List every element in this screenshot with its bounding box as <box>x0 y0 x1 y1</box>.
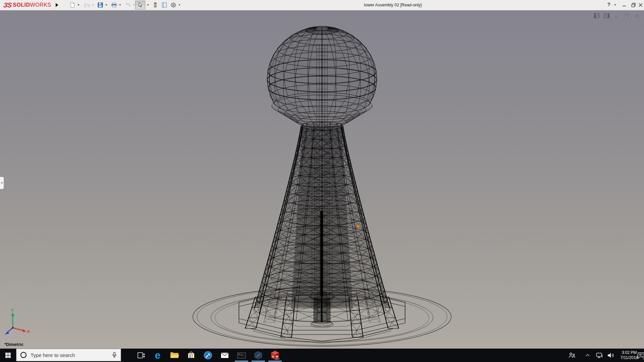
new-document-icon <box>69 2 75 8</box>
restore-button[interactable] <box>630 1 637 9</box>
print-button[interactable] <box>110 1 118 9</box>
start-button[interactable] <box>0 349 16 362</box>
file-properties-button[interactable] <box>160 1 169 9</box>
close-icon <box>637 2 644 8</box>
document-window-controls <box>593 12 641 19</box>
speaker-icon <box>606 351 615 359</box>
task-view-icon <box>137 351 145 360</box>
save-floppy-icon <box>97 2 103 8</box>
taskbar-item-hexagon-app[interactable] <box>253 350 264 361</box>
new-document-button[interactable] <box>68 1 77 9</box>
help-dropdown[interactable] <box>614 4 616 6</box>
restore-icon <box>630 2 637 8</box>
print-dropdown[interactable] <box>119 4 121 6</box>
open-app-indicator <box>252 361 265 362</box>
task-view-button[interactable] <box>136 350 146 361</box>
tab-dot <box>1 182 3 184</box>
windows-logo-icon <box>4 352 12 359</box>
options-button[interactable] <box>169 1 178 9</box>
wrench-circle-icon <box>203 350 213 360</box>
open-app-indicator <box>268 361 282 362</box>
doc-restore-icon <box>624 12 630 19</box>
taskbar-item-edge[interactable]: e <box>152 350 163 361</box>
options-dropdown[interactable] <box>178 4 180 6</box>
model-view[interactable]: Y X <box>0 10 644 349</box>
undo-button[interactable] <box>123 1 132 9</box>
pane-left-icon <box>593 12 600 19</box>
taskbar-item-mail[interactable] <box>219 350 230 361</box>
cortana-icon <box>20 351 27 359</box>
taskbar-search-box[interactable]: Type here to search <box>16 349 121 361</box>
triad-y-label: Y <box>11 308 14 312</box>
desktop: { "titlebar": { "logo_mark": "ЗS", "logo… <box>0 0 644 362</box>
edge-icon: e <box>155 350 161 360</box>
minimize-button[interactable] <box>621 1 628 9</box>
command-prompt-icon: C:\_ <box>236 350 247 360</box>
triad-z-arrow <box>5 331 9 335</box>
minimize-icon <box>621 2 628 8</box>
document-close-button[interactable] <box>633 12 641 19</box>
taskbar-item-file-explorer[interactable] <box>169 350 180 361</box>
solidworks-logo-mark: ЗS <box>3 1 12 9</box>
volume-button[interactable] <box>606 351 615 359</box>
save-dropdown[interactable] <box>105 4 107 6</box>
save-button[interactable] <box>96 1 105 9</box>
collapse-right-pane-button[interactable] <box>603 12 610 19</box>
microphone-icon[interactable] <box>111 351 118 359</box>
solidworks-2017-icon: S W 2017 <box>270 350 280 361</box>
taskbar-item-solidworks[interactable]: S W 2017 <box>270 350 280 361</box>
network-icon <box>595 352 603 359</box>
doc-close-icon <box>634 12 640 19</box>
open-folder-icon <box>84 2 90 8</box>
titlebar: ЗS SOLIDWORKS tower Assembly 02 [Read-on… <box>0 0 644 10</box>
solidworks-logo: ЗS SOLIDWORKS <box>2 0 55 10</box>
tray-expand-button[interactable] <box>584 351 591 359</box>
store-icon <box>186 350 196 360</box>
help-button[interactable]: ? <box>605 1 612 7</box>
new-document-dropdown[interactable] <box>77 4 79 6</box>
file-explorer-icon <box>169 350 179 360</box>
collapse-left-pane-button[interactable] <box>593 12 600 19</box>
select-cursor-icon <box>137 2 143 8</box>
pane-right-icon <box>603 12 610 19</box>
view-orientation-label: *Dimetric <box>4 342 23 347</box>
sw-icon-letter-s: S <box>272 355 274 358</box>
close-button[interactable] <box>637 1 644 9</box>
undo-dropdown[interactable] <box>133 4 135 6</box>
sw-icon-year: 2017 <box>275 358 279 360</box>
hexagon-app-icon <box>253 350 263 360</box>
select-tool-button[interactable] <box>135 1 145 9</box>
selection-point[interactable] <box>357 225 360 228</box>
cmd-icon-text: C:\_ <box>238 353 245 356</box>
file-properties-icon <box>161 2 167 8</box>
select-tool-dropdown[interactable] <box>147 4 149 6</box>
tower-assembly-model[interactable] <box>193 26 451 346</box>
solidworks-logo-solid: SOLID <box>13 2 30 8</box>
featuremanager-collapsed-tab[interactable] <box>0 177 4 189</box>
open-dropdown[interactable] <box>92 4 94 6</box>
gear-icon <box>170 2 177 8</box>
triad-x-arrow <box>22 329 26 333</box>
people-button[interactable] <box>568 351 576 359</box>
menu-flyout-arrow-icon[interactable] <box>56 3 58 7</box>
people-icon <box>568 352 576 359</box>
taskbar-item-store[interactable] <box>186 350 197 361</box>
network-status-button[interactable] <box>595 351 604 359</box>
taskbar-item-help-tool[interactable] <box>203 350 213 361</box>
window-title: tower Assembly 02 [Read-only] <box>364 3 422 7</box>
graphics-area[interactable]: Y X *Dimetric <box>0 10 644 349</box>
orientation-triad: Y X <box>5 308 30 335</box>
open-app-indicator <box>235 361 248 362</box>
doc-minimize-icon <box>613 12 620 19</box>
taskbar-item-command-prompt[interactable]: C:\_ <box>236 350 247 361</box>
triad-x-label: X <box>27 329 30 334</box>
rebuild-button[interactable] <box>151 1 160 9</box>
open-button[interactable] <box>83 1 91 9</box>
document-minimize-button[interactable] <box>613 12 621 19</box>
solidworks-logo-works: WORKS <box>30 2 51 8</box>
search-placeholder-text: Type here to search <box>31 352 107 358</box>
document-restore-button[interactable] <box>623 12 631 19</box>
chevron-up-icon <box>585 352 591 358</box>
windows-taskbar: Type here to search e C:\_ S W 2017 <box>0 349 644 362</box>
mail-icon <box>220 350 230 360</box>
